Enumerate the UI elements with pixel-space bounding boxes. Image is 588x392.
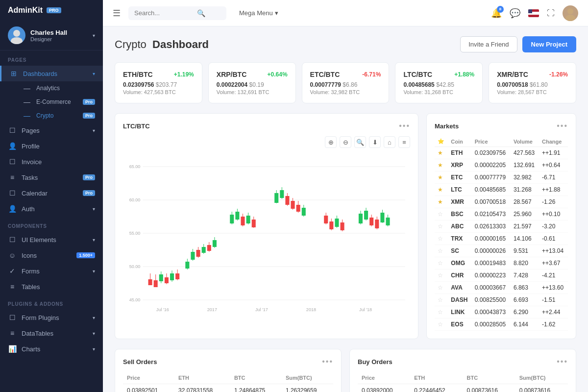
market-change: -1.26 — [539, 196, 568, 208]
sidebar-item-datatables[interactable]: ≡ DataTables ▾ — [0, 325, 103, 341]
market-star[interactable]: ★ — [435, 196, 448, 208]
market-star[interactable]: ★ — [435, 159, 448, 172]
markets-table-row[interactable]: ☆ BSC 0.02105473 25.960 ++0.10 — [435, 208, 568, 220]
sell-orders-menu-icon[interactable]: ••• — [322, 357, 333, 366]
market-coin: TRX — [448, 233, 471, 245]
hamburger-icon[interactable]: ☰ — [113, 8, 121, 19]
sidebar-item-ui-elements[interactable]: ☐ UI Elements ▾ — [0, 232, 103, 247]
market-star[interactable]: ☆ — [435, 257, 448, 270]
sell-btc: 1.24864875 — [230, 384, 282, 392]
main-content: ☰ 🔍 Mega Menu ▾ 🔔 8 💬 ⛶ — [103, 0, 588, 392]
market-star[interactable]: ☆ — [435, 306, 448, 318]
sidebar-item-ecommerce[interactable]: — E-Commerce Pro — [15, 95, 103, 109]
markets-table-row[interactable]: ☆ SC 0.00000026 9.531 ++13.04 — [435, 245, 568, 257]
crypto-card-etcbtc[interactable]: ETC/BTC -6.71% 0.00077779 $6.86 Volume: … — [302, 62, 390, 103]
market-star[interactable]: ★ — [435, 147, 448, 159]
markets-table-row[interactable]: ☆ OMG 0.00019483 8.820 ++3.67 — [435, 257, 568, 270]
sidebar-item-profile[interactable]: 👤 Profile — [0, 138, 103, 154]
sidebar-item-analytics[interactable]: — Analytics — [15, 81, 103, 95]
language-flag[interactable] — [528, 9, 539, 17]
market-star[interactable]: ☆ — [435, 282, 448, 294]
header-user-avatar[interactable] — [563, 5, 578, 21]
market-volume: 6.863 — [511, 282, 539, 294]
sidebar-item-icons[interactable]: ☺ Icons 1.500+ — [0, 247, 103, 263]
markets-table-row[interactable]: ☆ TRX 0.00000165 14.106 -0.61 — [435, 233, 568, 245]
market-star[interactable]: ☆ — [435, 245, 448, 257]
market-star[interactable]: ☆ — [435, 294, 448, 306]
svg-point-1 — [11, 37, 23, 44]
sidebar-item-forms[interactable]: ✓ Forms ▾ — [0, 263, 103, 279]
menu-button[interactable]: ≡ — [398, 136, 410, 148]
sell-sum: 1.26329659 — [282, 384, 333, 392]
market-coin: XMR — [448, 196, 471, 208]
download-button[interactable]: ⬇ — [369, 136, 381, 148]
market-star[interactable]: ★ — [435, 172, 448, 184]
market-volume: 6.693 — [511, 294, 539, 306]
markets-table-row[interactable]: ☆ EOS 0.00028505 6.144 -1.62 — [435, 318, 568, 331]
svg-text:55.00: 55.00 — [129, 231, 141, 236]
svg-rect-66 — [324, 216, 328, 223]
zoom-in-button[interactable]: ⊕ — [325, 136, 337, 148]
crypto-pair: XRP/BTC — [217, 71, 246, 78]
market-star[interactable]: ☆ — [435, 220, 448, 233]
sidebar-item-tasks[interactable]: ≡ Tasks Pro — [0, 170, 103, 185]
sidebar-item-dashboards[interactable]: ⊞ Dashboards ▾ — [0, 66, 103, 81]
user-section[interactable]: Charles Hall Designer ▾ — [0, 21, 103, 50]
markets-table-row[interactable]: ☆ ABC 0.02613303 21.597 -3.20 — [435, 220, 568, 233]
notifications-button[interactable]: 🔔 8 — [491, 8, 502, 19]
sidebar-item-charts[interactable]: 📊 Charts ▾ — [0, 341, 103, 357]
svg-rect-48 — [241, 217, 245, 225]
chart-menu-icon[interactable]: ••• — [399, 122, 410, 130]
sidebar-item-tables[interactable]: ≡ Tables — [0, 279, 103, 294]
buy-orders-header-row: Price ETH BTC Sum(BTC) — [358, 372, 568, 384]
markets-table-row[interactable]: ★ LTC 0.00485685 31.268 ++1.88 — [435, 184, 568, 196]
crypto-card-ethbtc[interactable]: ETH/BTC +1.19% 0.02309756 $203.77 Volume… — [115, 62, 202, 103]
home-button[interactable]: ⌂ — [384, 136, 395, 148]
zoom-button[interactable]: 🔍 — [354, 136, 366, 148]
icons-icon: ☺ — [8, 251, 17, 259]
mega-menu-dropdown[interactable]: Mega Menu ▾ — [234, 6, 283, 20]
components-section-label: Components — [0, 217, 103, 232]
market-star[interactable]: ☆ — [435, 270, 448, 282]
sidebar-item-invoice[interactable]: ☐ Invoice — [0, 154, 103, 170]
markets-table-row[interactable]: ★ XMR 0.00700518 28.567 -1.26 — [435, 196, 568, 208]
markets-table-row[interactable]: ☆ LINK 0.00043873 6.290 ++2.44 — [435, 306, 568, 318]
sidebar-item-label: Analytics — [36, 85, 95, 92]
buy-orders-header: Buy Orders ••• — [358, 357, 568, 366]
markets-menu-icon[interactable]: ••• — [557, 122, 568, 130]
brand-name: AdminKit — [8, 6, 43, 15]
invite-friend-button[interactable]: Invite a Friend — [460, 36, 517, 52]
sidebar-item-auth[interactable]: 👤 Auth ▾ — [0, 201, 103, 217]
zoom-out-button[interactable]: ⊖ — [340, 136, 351, 148]
market-star[interactable]: ☆ — [435, 208, 448, 220]
buy-orders-menu-icon[interactable]: ••• — [557, 357, 568, 366]
sidebar-item-pages[interactable]: ☐ Pages ▾ — [0, 122, 103, 138]
markets-table-row[interactable]: ★ ETH 0.02309756 427.563 ++1.91 — [435, 147, 568, 159]
markets-table-row[interactable]: ☆ CHR 0.00000223 7.428 -4.21 — [435, 270, 568, 282]
new-project-button[interactable]: New Project — [522, 36, 576, 52]
avatar — [8, 26, 25, 44]
svg-rect-74 — [359, 214, 363, 223]
user-chevron-icon[interactable]: ▾ — [93, 33, 95, 38]
sidebar-item-form-plugins[interactable]: ☐ Form Plugins ▾ — [0, 310, 103, 325]
crypto-card-ltcbtc[interactable]: LTC/BTC +1.88% 0.00485685 $42.85 Volume:… — [395, 62, 483, 103]
svg-rect-72 — [341, 222, 344, 230]
sidebar-item-crypto[interactable]: — Crypto Pro — [15, 109, 103, 122]
crypto-change: +0.64% — [268, 71, 288, 78]
markets-table-row[interactable]: ★ ETC 0.00077779 32.982 -6.71 — [435, 172, 568, 184]
messages-icon[interactable]: 💬 — [510, 8, 520, 19]
crypto-card-xmrbtc[interactable]: XMR/BTC -1.26% 0.00700518 $61.80 Volume:… — [489, 62, 576, 103]
market-star[interactable]: ☆ — [435, 233, 448, 245]
crypto-card-xrpbtc[interactable]: XRP/BTC +0.64% 0.00022004 $0.19 Volume: … — [208, 62, 296, 103]
sidebar-item-calendar[interactable]: ☐ Calendar Pro — [0, 185, 103, 201]
markets-table-row[interactable]: ☆ AVA 0.00003667 6.863 ++13.60 — [435, 282, 568, 294]
fullscreen-icon[interactable]: ⛶ — [547, 9, 555, 18]
market-star[interactable]: ★ — [435, 184, 448, 196]
market-star[interactable]: ☆ — [435, 318, 448, 331]
markets-table-row[interactable]: ★ XRP 0.00002205 132.691 ++0.64 — [435, 159, 568, 172]
market-coin: ETH — [448, 147, 471, 159]
svg-text:65.00: 65.00 — [129, 164, 141, 169]
search-input[interactable] — [134, 9, 193, 17]
markets-table-row[interactable]: ☆ DASH 0.00825500 6.693 -1.51 — [435, 294, 568, 306]
market-volume: 6.290 — [511, 306, 539, 318]
